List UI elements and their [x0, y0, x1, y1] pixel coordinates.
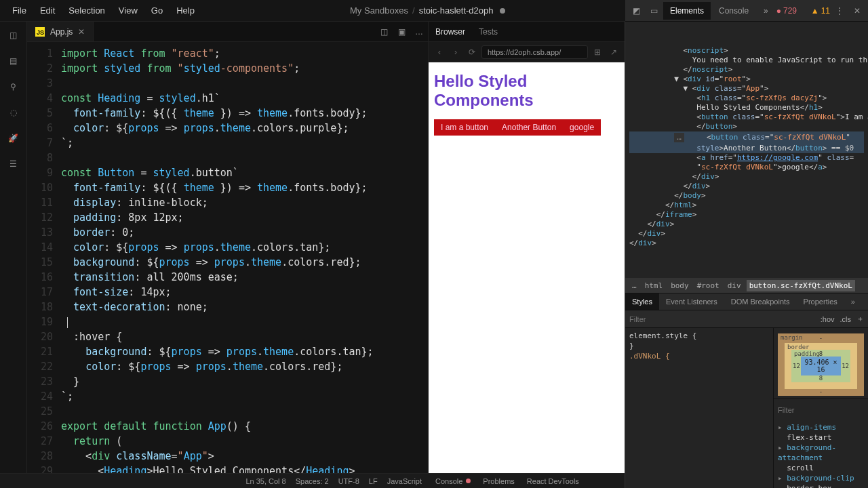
- menu-view[interactable]: View: [112, 3, 144, 18]
- status-pos[interactable]: Ln 35, Col 8: [245, 477, 285, 485]
- tab-elements[interactable]: Elements: [663, 2, 711, 20]
- search-icon[interactable]: ⚲: [5, 79, 22, 95]
- footer-problems[interactable]: Problems: [483, 477, 514, 485]
- file-tab[interactable]: JS App.js ✕: [27, 22, 94, 41]
- dom-crumb[interactable]: button.sc-fzXfQt.dVNkoL: [747, 280, 855, 291]
- github-icon[interactable]: ◌: [5, 104, 22, 121]
- url-input[interactable]: [481, 45, 588, 59]
- dom-tree[interactable]: <noscript> You need to enable JavaScript…: [625, 22, 868, 278]
- device-icon[interactable]: ▭: [646, 3, 662, 19]
- menubar: FileEditSelectionViewGoHelp: [5, 3, 201, 18]
- box-model: margin - border padding 8 12 12 8: [774, 328, 868, 399]
- breadcrumb: My Sandboxes / stoic-haslett-d2oph: [204, 5, 652, 16]
- styles-tab-properties[interactable]: Properties: [797, 293, 844, 310]
- breadcrumb-name[interactable]: stoic-haslett-d2oph: [419, 5, 494, 16]
- menu-go[interactable]: Go: [144, 3, 170, 18]
- dom-crumb[interactable]: …: [629, 280, 639, 291]
- preview-pane: Hello Styled Components I am a buttonAno…: [429, 62, 625, 473]
- menu-file[interactable]: File: [5, 3, 33, 18]
- file-tab-label: App.js: [50, 27, 73, 37]
- dom-crumb[interactable]: body: [668, 280, 692, 291]
- add-rule-icon[interactable]: ＋: [856, 314, 864, 324]
- sandbox-icon[interactable]: ◫: [5, 27, 22, 43]
- structure-icon[interactable]: ⊞: [591, 47, 604, 57]
- split-icon[interactable]: ◫: [375, 27, 393, 37]
- dom-crumb[interactable]: #root: [694, 280, 722, 291]
- server-icon[interactable]: ☰: [5, 156, 22, 172]
- styles-tab-event-listeners[interactable]: Event Listeners: [659, 293, 724, 310]
- back-icon[interactable]: ‹: [433, 47, 446, 57]
- menu-help[interactable]: Help: [170, 3, 201, 18]
- explorer-icon[interactable]: ▤: [5, 53, 22, 69]
- close-icon[interactable]: ✕: [78, 27, 85, 37]
- preview-button[interactable]: google: [563, 119, 601, 136]
- menu-selection[interactable]: Selection: [62, 3, 111, 18]
- popout-icon[interactable]: ↗: [607, 47, 620, 57]
- preview-heading: Hello Styled Components: [434, 72, 619, 110]
- devtools-menu-icon[interactable]: ⋮: [831, 3, 848, 19]
- js-file-icon: JS: [35, 27, 45, 37]
- computed-filter-input[interactable]: [778, 406, 868, 414]
- refresh-icon[interactable]: ⟳: [465, 47, 479, 57]
- error-dot-icon: [466, 479, 471, 483]
- code-editor[interactable]: import React from "react"; import styled…: [61, 42, 428, 488]
- dirty-indicator-icon: [500, 8, 505, 14]
- styles-tab-styles[interactable]: Styles: [625, 293, 659, 310]
- preview-button[interactable]: Another Button: [495, 119, 563, 136]
- menu-edit[interactable]: Edit: [33, 3, 62, 18]
- dom-crumb[interactable]: html: [642, 280, 666, 291]
- tab-console[interactable]: Console: [712, 2, 755, 20]
- styles-tab-dom-breakpoints[interactable]: DOM Breakpoints: [724, 293, 797, 310]
- preview-button[interactable]: I am a button: [434, 119, 495, 136]
- deploy-icon[interactable]: 🚀: [5, 130, 22, 146]
- hov-toggle[interactable]: :hov: [821, 315, 835, 323]
- warning-badge[interactable]: ▲ 11: [811, 6, 830, 16]
- status-enc[interactable]: UTF-8: [338, 477, 359, 485]
- breadcrumb-root[interactable]: My Sandboxes: [350, 5, 408, 16]
- more-icon[interactable]: …: [410, 27, 428, 37]
- cls-toggle[interactable]: .cls: [840, 315, 852, 323]
- tab-browser[interactable]: Browser: [435, 27, 465, 37]
- error-badge[interactable]: ● 729: [776, 6, 797, 16]
- inspect-icon[interactable]: ◩: [628, 3, 644, 19]
- forward-icon[interactable]: ›: [449, 47, 462, 57]
- dom-crumbs[interactable]: …htmlbody#rootdivbutton.sc-fzXfQt.dVNkoL: [625, 278, 868, 293]
- devtools-close-icon[interactable]: ✕: [849, 3, 865, 19]
- status-lang[interactable]: JavaScript: [387, 477, 422, 485]
- status-eol[interactable]: LF: [369, 477, 378, 485]
- activity-bar: ◫ ▤ ⚲ ◌ 🚀 ☰: [0, 22, 27, 488]
- styles-tab-more-icon[interactable]: »: [844, 293, 862, 310]
- styles-pane[interactable]: element.style {}.dVNkoL {</span></div><d…: [625, 328, 773, 488]
- styles-filter-input[interactable]: [629, 315, 815, 323]
- tab-tests[interactable]: Tests: [479, 27, 498, 37]
- panel-icon[interactable]: ▣: [393, 27, 410, 37]
- footer-console[interactable]: Console: [435, 477, 471, 485]
- footer-react[interactable]: React DevTools: [527, 477, 579, 485]
- computed-pane[interactable]: ▸ align-items flex-start▸ background-att…: [774, 421, 868, 488]
- dom-crumb[interactable]: div: [725, 280, 744, 291]
- line-gutter: 1234567891011121314151617181920212223242…: [27, 42, 61, 488]
- status-spaces[interactable]: Spaces: 2: [296, 477, 329, 485]
- tab-more-icon[interactable]: »: [757, 2, 775, 20]
